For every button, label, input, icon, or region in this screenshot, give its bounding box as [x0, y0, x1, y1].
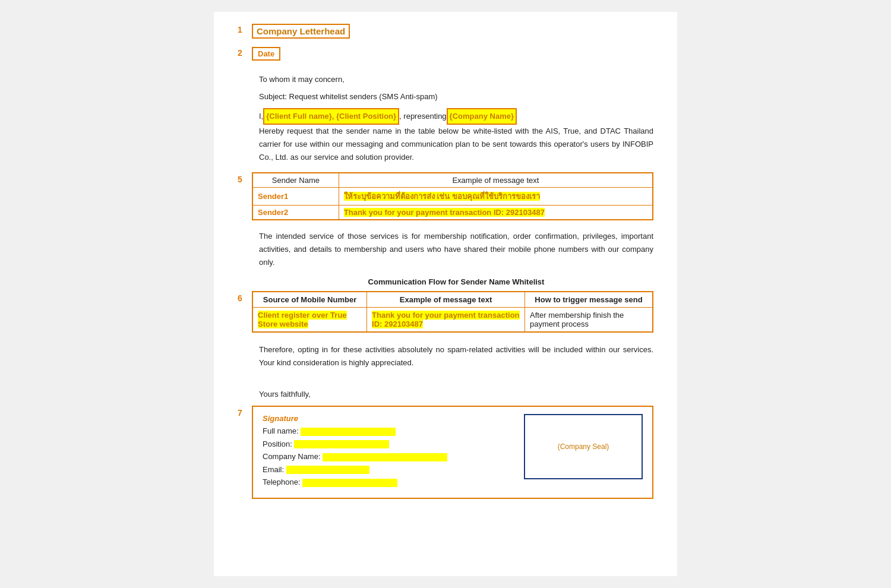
- fullname-label: Full name:: [263, 426, 301, 435]
- position-underline: [294, 440, 389, 448]
- sender-table: Sender Name Example of message text Send…: [252, 172, 653, 220]
- table2-header-trigger: How to trigger message send: [525, 292, 653, 308]
- sender1-name: Sender1: [258, 192, 288, 201]
- comm-message: Thank you for your payment transaction I…: [372, 311, 520, 328]
- position-line: Position:: [263, 440, 512, 449]
- signature-wrapper: Signature Full name: Position: Company N…: [252, 406, 653, 499]
- company-seal-text: (Company Seal): [558, 442, 609, 451]
- telephone-line: Telephone:: [263, 478, 512, 487]
- document-body: 1 Company Letterhead 2 Date To whom it m…: [214, 12, 677, 576]
- table2-header-message: Example of message text: [367, 292, 525, 308]
- email-line: Email:: [263, 465, 512, 475]
- body-paragraph-2: The intended service of those services i…: [259, 230, 653, 269]
- date-box: Date: [252, 47, 280, 61]
- telephone-label: Telephone:: [263, 478, 302, 486]
- section-1-row: 1 Company Letterhead: [238, 24, 653, 39]
- table-row: Sender2 Thank you for your payment trans…: [252, 205, 653, 220]
- table2-header-source: Source of Mobile Number: [252, 292, 367, 308]
- field-3-client-name-position: {Client Full name}, {Client Position}: [263, 108, 399, 125]
- section-2-content: Date: [252, 47, 653, 61]
- companyname-label: Company Name:: [263, 452, 323, 461]
- signature-box: Signature Full name: Position: Company N…: [252, 406, 653, 499]
- subject-text: Subject: Request whitelist senders (SMS …: [259, 91, 653, 103]
- field-4-company-name: {Company Name}: [447, 108, 517, 125]
- companyname-line: Company Name:: [263, 452, 512, 461]
- body1-mid: , representing: [399, 110, 447, 123]
- table1-header-message: Example of message text: [339, 173, 653, 188]
- section-number-7: 7: [238, 406, 252, 418]
- greeting-text: To whom it may concern,: [259, 74, 653, 86]
- company-seal-box: (Company Seal): [524, 414, 643, 479]
- signature-left: Signature Full name: Position: Company N…: [263, 414, 512, 491]
- fullname-line: Full name:: [263, 426, 512, 436]
- section-1-content: Company Letterhead: [252, 24, 653, 39]
- company-letterhead-box: Company Letterhead: [252, 24, 350, 39]
- sender2-name: Sender2: [258, 208, 288, 217]
- sender1-message: ให้ระบุข้อความที่ต้องการส่ง เช่น ขอบคุณท…: [344, 192, 540, 201]
- comm-flow-table: Source of Mobile Number Example of messa…: [252, 291, 653, 333]
- body-paragraph-3: Therefore, opting in for these activitie…: [259, 343, 653, 369]
- comm-flow-title: Communication Flow for Sender Name White…: [259, 277, 653, 286]
- email-underline: [286, 466, 369, 474]
- body1-pre: I,: [259, 110, 263, 123]
- position-label: Position:: [263, 440, 294, 448]
- signature-label: Signature: [263, 414, 512, 423]
- closing-text: Yours faithfully,: [259, 388, 653, 401]
- table1-header-sender: Sender Name: [252, 173, 339, 188]
- companyname-underline: [323, 453, 447, 461]
- section-number-5: 5: [238, 172, 252, 184]
- sender2-message: Thank you for your payment transaction I…: [344, 208, 545, 217]
- email-label: Email:: [263, 465, 286, 474]
- body1-post: Hereby request that the sender name in t…: [259, 125, 653, 164]
- comm-trigger: After membership finish the payment proc…: [525, 308, 653, 333]
- comm-source: Client register over True Store website: [258, 311, 347, 328]
- section-number-6: 6: [238, 291, 252, 303]
- table2-wrapper: Source of Mobile Number Example of messa…: [252, 291, 653, 333]
- table1-wrapper: Sender Name Example of message text Send…: [252, 172, 653, 220]
- table-row: Sender1 ให้ระบุข้อความที่ต้องการส่ง เช่น…: [252, 187, 653, 205]
- body-paragraph-1: I, {Client Full name}, {Client Position}…: [259, 108, 653, 164]
- telephone-underline: [302, 479, 397, 487]
- section-number-1: 1: [238, 24, 252, 34]
- fullname-underline: [301, 428, 396, 436]
- section-number-2: 2: [238, 47, 252, 58]
- page-background: 1 Company Letterhead 2 Date To whom it m…: [0, 0, 891, 588]
- table-row: Client register over True Store website …: [252, 308, 653, 333]
- section-2-row: 2 Date: [238, 47, 653, 61]
